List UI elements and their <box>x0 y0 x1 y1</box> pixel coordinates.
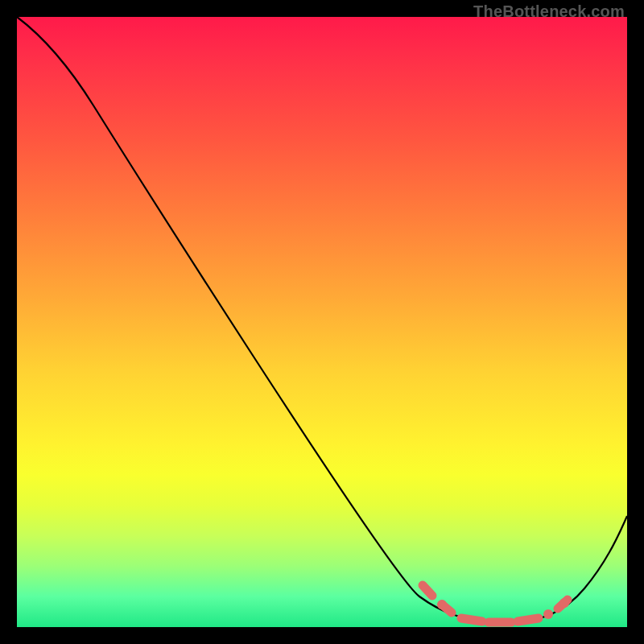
marker-dot <box>543 609 553 619</box>
attribution-label: TheBottleneck.com <box>473 2 625 21</box>
chart-plot-area <box>17 17 627 627</box>
marker-segment <box>461 618 482 621</box>
marker-dot <box>559 598 569 608</box>
optimal-zone-markers <box>423 585 569 622</box>
marker-segment <box>423 585 432 596</box>
chart-svg <box>17 17 627 627</box>
marker-segment <box>518 618 539 621</box>
bottleneck-curve <box>17 17 627 622</box>
marker-segment <box>442 605 452 613</box>
